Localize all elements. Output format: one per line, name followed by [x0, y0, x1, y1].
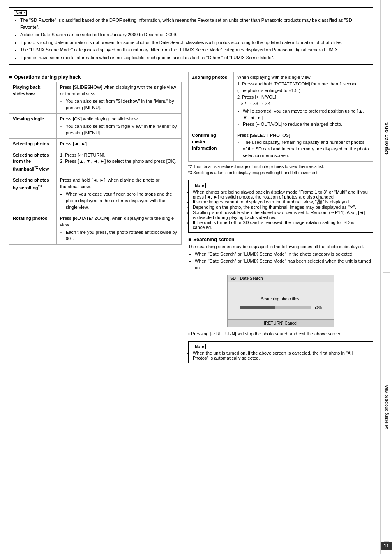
list-item: When you release your finger, scrolling …: [66, 191, 178, 211]
search-screen-mockup: SD Date Search Searching photo files. 50…: [227, 275, 334, 327]
note-bottom-list: When the unit is turned on, if the above…: [193, 351, 369, 360]
list-item: The "LUMIX Scene Mode" categories displa…: [20, 46, 369, 53]
sidebar-operations-label: Operations: [383, 4, 390, 273]
row-label: Zooming photos: [189, 72, 234, 130]
searching-screen-intro: The searching screen may be displayed in…: [188, 244, 373, 249]
note-top: Note The "SD Favorite" is classified bas…: [9, 7, 373, 65]
row-content: Press [ROTATE/-ZOOM], when displaying wi…: [57, 213, 182, 245]
row-content: Press [◄, ►].: [57, 138, 182, 150]
row-label: Selecting photos: [9, 138, 57, 150]
list-item: When photos are being played back in dis…: [193, 189, 369, 199]
two-col-layout: Operations during play back Playing back…: [9, 72, 373, 366]
row-content: Press [OK] while playing the slideshow. …: [57, 113, 182, 138]
footnote-3: *3 Scrolling is a function to display im…: [188, 170, 373, 176]
list-item: If the unit is turned off or SD card is …: [193, 220, 369, 230]
right-sidebar: Operations Selecting photos to view 11: [380, 0, 392, 554]
list-item: Scrolling is not possible when the slide…: [193, 210, 369, 220]
list-item: When "Date Search" or "LUMIX Scene Mode"…: [195, 251, 373, 258]
page-container: Note The "SD Favorite" is classified bas…: [0, 0, 392, 554]
row-label: Playing back slideshow: [9, 82, 57, 114]
note-bottom: Note When the unit is turned on, if the …: [188, 341, 373, 363]
table-row: Confirming media information Press [SELE…: [189, 130, 373, 162]
note-right-list: When photos are being played back in dis…: [193, 189, 369, 230]
table-row: Selecting photos from the thumbnail*2 vi…: [9, 150, 182, 175]
col-left: Operations during play back Playing back…: [9, 72, 182, 366]
list-item: Depending on the photo, the scrolling th…: [193, 205, 369, 210]
list-item: If photo shooting date information is no…: [20, 39, 369, 46]
operations-heading: Operations during play back: [9, 74, 182, 80]
list-item: You can also select from "Slideshow" in …: [66, 98, 178, 111]
table-row: Rotating photos Press [ROTATE/-ZOOM], wh…: [9, 213, 182, 245]
list-item: You can also select from "Single View" i…: [66, 123, 178, 136]
row-content: Press [SELECT PHOTOS]. The used capacity…: [234, 130, 373, 162]
progress-bar-fill: [240, 306, 275, 309]
screen-col1: SD: [230, 276, 236, 281]
search-body-text: Searching photo files.: [261, 297, 300, 301]
list-item: The "SD Favorite" is classified based on…: [20, 17, 369, 30]
table-row: Selecting photos by scrolling*3 Press an…: [9, 175, 182, 213]
note-bottom-title: Note: [193, 344, 369, 349]
right-table: Zooming photos When displaying with the …: [188, 72, 373, 162]
progress-bar-track: [240, 306, 311, 309]
note-top-list: The "SD Favorite" is classified based on…: [14, 17, 369, 61]
list-item: A date for Date Search can be selected f…: [20, 31, 369, 38]
list-item: The used capacity, remaining capacity an…: [243, 139, 369, 159]
list-item: While zoomed, you can move to preferred …: [243, 108, 369, 121]
row-label: Selecting photos from the thumbnail*2 vi…: [9, 150, 57, 175]
footnotes: *2 Thumbnail is a reduced image of multi…: [188, 164, 373, 176]
col-right: Zooming photos When displaying with the …: [188, 72, 373, 366]
search-screen-top: SD Date Search: [228, 275, 334, 282]
return-note: • Pressing [↩ RETURN] will stop the phot…: [188, 330, 373, 337]
list-item: When "Date Search" or "LUMIX Scene Mode"…: [195, 258, 373, 271]
row-label: Rotating photos: [9, 213, 57, 245]
searching-screen-list: When "Date Search" or "LUMIX Scene Mode"…: [188, 251, 373, 271]
footnote-2: *2 Thumbnail is a reduced image of multi…: [188, 164, 373, 170]
note-right: Note When photos are being played back i…: [188, 180, 373, 233]
row-label: Confirming media information: [189, 130, 234, 162]
searching-screen-heading: Searching screen: [188, 237, 373, 242]
list-item: If some images cannot be displayed with …: [193, 199, 369, 205]
note-top-title: Note: [14, 10, 369, 16]
list-item: Each time you press, the photo rotates a…: [66, 229, 178, 242]
row-content: Press [SLIDESHOW] when displaying with t…: [57, 82, 182, 114]
table-row: Viewing single Press [OK] while playing …: [9, 113, 182, 138]
search-screen-bottom: [RETURN]:Cancel: [228, 319, 334, 327]
list-item: If photos have scene mode information wh…: [20, 54, 369, 61]
list-item: When the unit is turned on, if the above…: [193, 351, 369, 360]
screen-col2: Date Search: [240, 276, 263, 281]
row-label: Viewing single: [9, 113, 57, 138]
row-content: When displaying with the single view 1. …: [234, 72, 373, 130]
row-content: 1. Press [↩ RETURN]. 2. Press [▲, ▼, ◄, …: [57, 150, 182, 175]
list-item: Press [− OUT/VOL] to reduce the enlarged…: [243, 121, 369, 128]
table-row: Selecting photos Press [◄, ►].: [9, 138, 182, 150]
main-content: Note The "SD Favorite" is classified bas…: [0, 0, 380, 554]
table-row: Playing back slideshow Press [SLIDESHOW]…: [9, 82, 182, 114]
page-number: 11: [381, 542, 392, 550]
progress-label: 50%: [314, 305, 322, 310]
search-screen-body: Searching photo files. 50%: [228, 282, 334, 319]
searching-screen-section: Searching screen The searching screen ma…: [188, 237, 373, 337]
table-row: Zooming photos When displaying with the …: [189, 72, 373, 130]
progress-bar-container: 50%: [240, 305, 322, 310]
note-right-title: Note: [193, 183, 369, 188]
row-label: Selecting photos by scrolling*3: [9, 175, 57, 213]
row-content: Press and hold [◄, ►], when playing the …: [57, 175, 182, 213]
sidebar-selecting-label: Selecting photos to view: [384, 273, 389, 542]
operations-table: Playing back slideshow Press [SLIDESHOW]…: [9, 82, 182, 245]
